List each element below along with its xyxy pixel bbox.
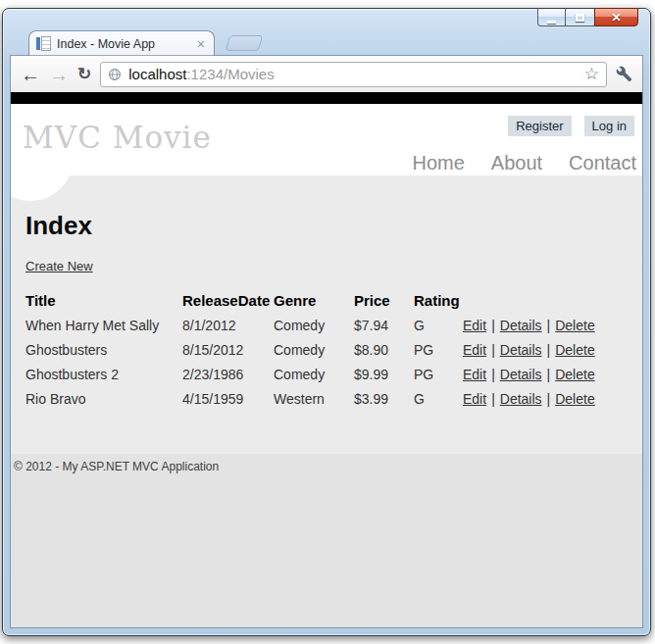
action-separator: | xyxy=(486,391,500,407)
nav-home[interactable]: Home xyxy=(412,152,464,174)
nav-contact[interactable]: Contact xyxy=(569,152,636,174)
page-title: Index xyxy=(25,175,642,241)
delete-link[interactable]: Delete xyxy=(555,318,594,333)
details-link[interactable]: Details xyxy=(500,367,542,382)
cell-title: Ghostbusters 2 xyxy=(25,362,182,386)
movies-table: Title ReleaseDate Genre Price Rating Whe… xyxy=(25,288,635,411)
browser-tab[interactable]: Index - Movie App × xyxy=(28,30,215,56)
page-top-black-bar xyxy=(11,92,642,104)
cell-title: Ghostbusters xyxy=(25,337,182,362)
site-logo[interactable]: MVC Movie xyxy=(23,120,212,155)
tab-close-icon[interactable]: × xyxy=(195,37,207,51)
column-header-rating: Rating xyxy=(414,288,463,313)
globe-icon xyxy=(108,68,122,81)
cell-genre: Comedy xyxy=(274,313,354,337)
cell-genre: Western xyxy=(274,386,354,411)
tab-strip: Index - Movie App × xyxy=(3,28,650,56)
cell-actions: Edit|Details|Delete xyxy=(463,313,635,337)
action-separator: | xyxy=(486,367,500,382)
cell-title: When Harry Met Sally xyxy=(25,313,182,337)
nav-about[interactable]: About xyxy=(491,152,542,174)
table-row: Ghostbusters 8/15/2012 Comedy $8.90 PG E… xyxy=(25,337,635,362)
main-nav: Home About Contact xyxy=(412,152,636,174)
maximize-button[interactable] xyxy=(566,8,594,26)
minimize-icon xyxy=(547,21,556,24)
window-titlebar: ✕ xyxy=(3,9,650,28)
close-button[interactable]: ✕ xyxy=(594,8,638,26)
page-content: Index Create New Title ReleaseDate Genre… xyxy=(11,175,642,454)
bookmark-star-icon[interactable]: ☆ xyxy=(584,66,599,82)
browser-window: ✕ Index - Movie App × ← → ↻ localhost:12… xyxy=(2,8,651,636)
tab-title: Index - Movie App xyxy=(57,37,195,51)
cell-price: $9.99 xyxy=(354,362,414,386)
cell-genre: Comedy xyxy=(274,362,354,386)
url-path: :1234/Movies xyxy=(186,66,274,82)
action-separator: | xyxy=(486,342,500,358)
movies-table-body: When Harry Met Sally 8/1/2012 Comedy $7.… xyxy=(25,313,635,411)
details-link[interactable]: Details xyxy=(500,318,542,333)
forward-icon[interactable]: → xyxy=(49,65,69,84)
table-row: When Harry Met Sally 8/1/2012 Comedy $7.… xyxy=(25,313,635,337)
table-row: Ghostbusters 2 2/23/1986 Comedy $9.99 PG… xyxy=(25,362,635,386)
back-icon[interactable]: ← xyxy=(21,65,40,84)
create-new-link[interactable]: Create New xyxy=(25,259,93,273)
cell-release-date: 8/15/2012 xyxy=(182,337,274,362)
cell-release-date: 4/15/1959 xyxy=(182,386,274,411)
new-tab-button[interactable] xyxy=(226,35,264,51)
action-separator: | xyxy=(542,367,556,382)
action-separator: | xyxy=(542,342,556,358)
column-header-genre: Genre xyxy=(274,288,354,313)
url-host: localhost xyxy=(128,66,186,82)
delete-link[interactable]: Delete xyxy=(555,391,594,407)
close-icon: ✕ xyxy=(611,12,621,24)
column-header-title: Title xyxy=(25,288,182,313)
url-text: localhost:1234/Movies xyxy=(128,66,274,82)
cell-rating: G xyxy=(414,386,463,411)
action-separator: | xyxy=(542,391,556,407)
address-bar[interactable]: localhost:1234/Movies ☆ xyxy=(100,62,607,87)
delete-link[interactable]: Delete xyxy=(555,342,594,358)
details-link[interactable]: Details xyxy=(500,342,542,358)
cell-genre: Comedy xyxy=(274,337,354,362)
table-header-row: Title ReleaseDate Genre Price Rating xyxy=(25,288,635,313)
edit-link[interactable]: Edit xyxy=(463,391,486,407)
minimize-button[interactable] xyxy=(537,8,566,26)
tab-favicon-icon xyxy=(36,36,51,51)
page-footer: © 2012 - My ASP.NET MVC Application xyxy=(11,454,642,627)
cell-price: $7.94 xyxy=(354,313,414,337)
column-header-price: Price xyxy=(354,288,414,313)
cell-release-date: 2/23/1986 xyxy=(182,362,274,386)
delete-link[interactable]: Delete xyxy=(555,367,594,382)
action-separator: | xyxy=(486,318,500,333)
auth-links: Register Log in xyxy=(508,116,634,136)
cell-price: $8.90 xyxy=(354,337,414,362)
register-button[interactable]: Register xyxy=(508,116,571,136)
cell-price: $3.99 xyxy=(354,386,414,411)
edit-link[interactable]: Edit xyxy=(463,318,486,333)
page-header: MVC Movie Register Log in Home About Con… xyxy=(11,104,642,175)
window-controls: ✕ xyxy=(537,8,638,26)
details-link[interactable]: Details xyxy=(500,391,542,407)
cell-release-date: 8/1/2012 xyxy=(182,313,274,337)
cell-rating: PG xyxy=(414,362,463,386)
browser-toolbar: ← → ↻ localhost:1234/Movies ☆ xyxy=(11,56,642,92)
edit-link[interactable]: Edit xyxy=(463,342,486,358)
maximize-icon xyxy=(576,14,584,22)
cell-title: Rio Bravo xyxy=(25,386,182,411)
reload-icon[interactable]: ↻ xyxy=(77,66,91,82)
cell-rating: G xyxy=(414,313,463,337)
action-separator: | xyxy=(542,318,556,333)
column-header-actions xyxy=(463,288,635,313)
browser-client-area: ← → ↻ localhost:1234/Movies ☆ MVC Movie xyxy=(11,56,642,627)
column-header-date: ReleaseDate xyxy=(182,288,274,313)
cell-actions: Edit|Details|Delete xyxy=(463,386,635,411)
cell-actions: Edit|Details|Delete xyxy=(463,362,635,386)
login-button[interactable]: Log in xyxy=(584,116,634,136)
wrench-menu-icon[interactable] xyxy=(616,66,632,82)
cell-rating: PG xyxy=(414,337,463,362)
cell-actions: Edit|Details|Delete xyxy=(463,337,635,362)
copyright-text: © 2012 - My ASP.NET MVC Application xyxy=(14,460,219,473)
table-row: Rio Bravo 4/15/1959 Western $3.99 G Edit… xyxy=(25,386,635,411)
edit-link[interactable]: Edit xyxy=(463,367,486,382)
